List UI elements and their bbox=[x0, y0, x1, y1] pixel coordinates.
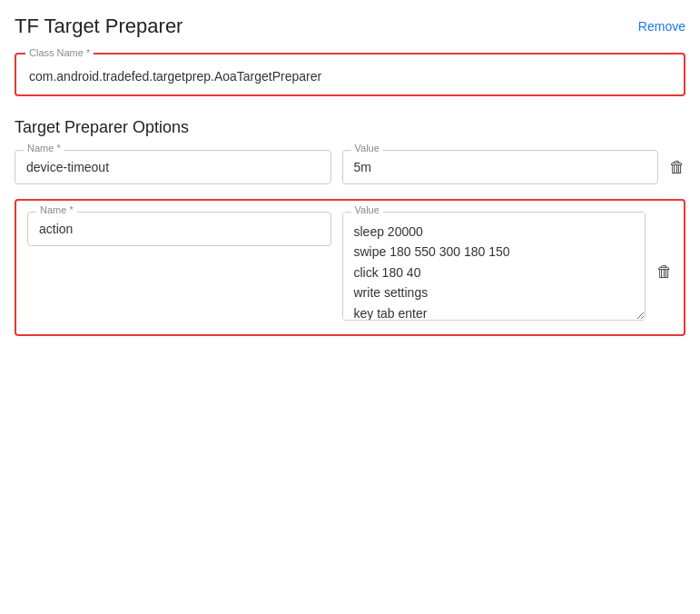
value-textarea-2[interactable]: sleep 20000 swipe 180 550 300 180 150 cl… bbox=[342, 212, 646, 321]
name-label-1: Name * bbox=[24, 143, 64, 154]
page-title: TF Target Preparer bbox=[15, 15, 182, 38]
value-label-1: Value bbox=[351, 143, 383, 154]
remove-button[interactable]: Remove bbox=[638, 19, 685, 34]
page-header: TF Target Preparer Remove bbox=[15, 15, 685, 38]
delete-button-1[interactable]: 🗑 bbox=[669, 158, 685, 177]
option-row-2-highlighted: Name * Value sleep 20000 swipe 180 550 3… bbox=[15, 199, 685, 336]
option-row-1: Name * Value 🗑 bbox=[15, 150, 685, 184]
value-input-1[interactable] bbox=[342, 150, 659, 184]
class-name-section: Class Name * com.android.tradefed.target… bbox=[15, 53, 685, 96]
name-input-1[interactable] bbox=[15, 150, 331, 184]
class-name-value: com.android.tradefed.targetprep.AoaTarge… bbox=[29, 65, 671, 84]
section-title: Target Preparer Options bbox=[15, 118, 685, 137]
value-label-2: Value bbox=[351, 204, 383, 215]
name-label-2: Name * bbox=[36, 204, 77, 215]
value-field-2: Value sleep 20000 swipe 180 550 300 180 … bbox=[342, 212, 646, 323]
target-preparer-options: Target Preparer Options Name * Value 🗑 N… bbox=[15, 118, 685, 336]
name-field-2: Name * bbox=[27, 212, 331, 246]
value-field-1: Value bbox=[342, 150, 659, 184]
name-input-2[interactable] bbox=[27, 212, 331, 246]
class-name-label: Class Name * bbox=[25, 47, 94, 58]
delete-button-2[interactable]: 🗑 bbox=[656, 253, 673, 282]
name-field-1: Name * bbox=[15, 150, 331, 184]
